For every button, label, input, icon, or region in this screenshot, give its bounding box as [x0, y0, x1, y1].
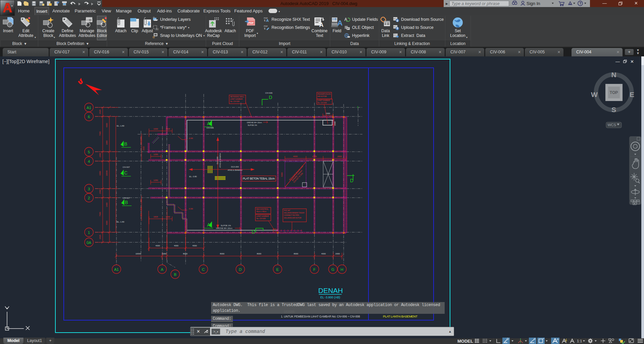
svg-text:7600: 7600 — [99, 212, 101, 216]
svg-text:3: 3 — [88, 187, 90, 191]
svg-text:1825: 1825 — [165, 128, 170, 130]
svg-text:A: A — [161, 267, 163, 272]
svg-text:SALURAN BAWAH TANAH: SALURAN BAWAH TANAH — [284, 212, 304, 214]
svg-text:1250: 1250 — [153, 179, 158, 181]
svg-text:SALURAN AIR KOTOR: SALURAN AIR KOTOR — [284, 217, 302, 219]
svg-text:D: D — [269, 95, 272, 100]
svg-text:1000: 1000 — [153, 128, 158, 130]
svg-text:TOP: TOP — [610, 90, 618, 95]
svg-text:S: S — [611, 106, 616, 113]
svg-text:B: B — [174, 273, 177, 277]
svg-text:3400: 3400 — [106, 202, 108, 207]
svg-text:8000: 8000 — [183, 253, 188, 255]
svg-text:ATAS & BAWAH: ATAS & BAWAH — [219, 153, 221, 168]
svg-text:PENAMPUNGAN: PENAMPUNGAN — [317, 93, 331, 95]
svg-text:D: D — [239, 267, 242, 272]
svg-text:4000: 4000 — [106, 123, 108, 128]
svg-text:4000: 4000 — [321, 253, 326, 255]
svg-text:BAK KONTROL,: BAK KONTROL, — [256, 208, 269, 210]
svg-text:DENAH: DENAH — [318, 287, 343, 294]
svg-text:8000: 8000 — [220, 253, 225, 255]
svg-text:4000: 4000 — [192, 245, 197, 247]
svg-text:GROVE W= 10cm: GROVE W= 10cm — [216, 227, 233, 229]
svg-text:4000: 4000 — [293, 155, 298, 157]
svg-text:1825: 1825 — [153, 216, 158, 218]
svg-text:2025: 2025 — [99, 235, 101, 239]
svg-text:8000: 8000 — [257, 253, 261, 255]
svg-text:AIR KOTOR: AIR KOTOR — [317, 95, 327, 97]
svg-text:WCS: WCS — [607, 123, 616, 127]
svg-text:No. CIV-006: No. CIV-006 — [230, 100, 239, 102]
svg-text:1500: 1500 — [140, 199, 142, 203]
svg-text:4: 4 — [88, 159, 90, 163]
svg-text:SLPOE 1%: SLPOE 1% — [248, 124, 257, 126]
svg-text:GROVE W= 10cm: GROVE W= 10cm — [247, 121, 262, 124]
svg-text:1500: 1500 — [140, 207, 142, 211]
svg-text:EL.-1.80: EL.-1.80 — [117, 125, 125, 127]
svg-text:4000: 4000 — [155, 245, 160, 247]
svg-text:2000: 2000 — [335, 253, 340, 255]
svg-text:10000: 10000 — [106, 170, 108, 176]
svg-text:0A: 0A — [87, 241, 91, 245]
svg-text:EL.-3.80: EL.-3.80 — [189, 176, 197, 178]
svg-text:D: D — [252, 229, 255, 235]
svg-text:1:1: 1:1 — [577, 339, 582, 343]
svg-text:7600: 7600 — [99, 131, 101, 136]
svg-text:PDF: PDF — [248, 21, 254, 24]
svg-text:F: F — [313, 267, 315, 272]
svg-text:C: C — [202, 267, 205, 272]
svg-text:E: E — [630, 91, 634, 98]
svg-text:(x): (x) — [156, 28, 158, 31]
svg-text:CIV-006: CIV-006 — [265, 92, 273, 94]
svg-text:CIV-007: CIV-007 — [122, 166, 130, 168]
svg-text:10000: 10000 — [136, 253, 141, 255]
svg-text:CIV-006: CIV-006 — [206, 127, 214, 129]
svg-text:5000: 5000 — [281, 172, 283, 177]
svg-text:1000: 1000 — [165, 216, 170, 218]
svg-text:CONNECT KE PIPA: CONNECT KE PIPA — [284, 214, 299, 216]
svg-text:2000: 2000 — [99, 153, 101, 157]
svg-text:-3.90: -3.90 — [188, 137, 193, 139]
svg-text:A: A — [266, 18, 269, 22]
svg-text:B: B — [125, 200, 128, 205]
svg-text:EL.-1.80: EL.-1.80 — [117, 221, 125, 223]
svg-text:-3.90: -3.90 — [188, 208, 193, 210]
svg-text:EL -3.800 (AB): EL -3.800 (AB) — [320, 296, 340, 299]
svg-text:600: 600 — [140, 213, 142, 216]
svg-text:D13-200: D13-200 — [231, 166, 239, 168]
svg-text:4000: 4000 — [174, 245, 179, 247]
svg-text:No. CIV-009: No. CIV-009 — [256, 217, 265, 219]
svg-text:A1: A1 — [114, 267, 119, 272]
svg-text:2025: 2025 — [99, 109, 101, 114]
svg-text:8000: 8000 — [294, 253, 298, 255]
svg-text:2002: 2002 — [337, 155, 342, 157]
svg-text:G: G — [332, 267, 335, 272]
svg-text:CIV-007: CIV-007 — [122, 197, 130, 199]
svg-text:H: H — [341, 267, 343, 272]
svg-text:LIHAT GAMBAR: LIHAT GAMBAR — [256, 215, 269, 217]
svg-text:N: N — [611, 71, 616, 79]
svg-text:Sign In: Sign In — [527, 1, 540, 6]
svg-text:C: C — [124, 170, 128, 176]
svg-text:4000: 4000 — [106, 220, 108, 225]
svg-text:ATAS & BAWAH: ATAS & BAWAH — [228, 169, 242, 171]
svg-text:1000(600): 1000(600) — [140, 136, 142, 144]
svg-text:A: A — [337, 19, 343, 27]
svg-text:W: W — [591, 91, 598, 98]
svg-text:LIHAT GAMBAR: LIHAT GAMBAR — [317, 99, 330, 101]
svg-text:2000: 2000 — [326, 112, 330, 114]
svg-text:2000: 2000 — [99, 189, 101, 194]
svg-text:6: 6 — [88, 115, 90, 119]
svg-text:3900: 3900 — [106, 140, 108, 145]
svg-text:1000: 1000 — [162, 253, 166, 255]
svg-text:1250: 1250 — [153, 153, 158, 155]
svg-text:LIHAT GAMBAR: LIHAT GAMBAR — [230, 98, 243, 100]
svg-text:5: 5 — [88, 150, 90, 154]
svg-text:A: A — [319, 21, 324, 28]
svg-text:PVC #4": PVC #4" — [284, 209, 290, 211]
svg-text:SLPOE 1%: SLPOE 1% — [221, 225, 231, 227]
svg-text:D13-200: D13-200 — [216, 156, 218, 164]
svg-text:1000: 1000 — [334, 121, 336, 126]
svg-text:2000: 2000 — [143, 146, 145, 150]
svg-text:E: E — [276, 267, 279, 272]
